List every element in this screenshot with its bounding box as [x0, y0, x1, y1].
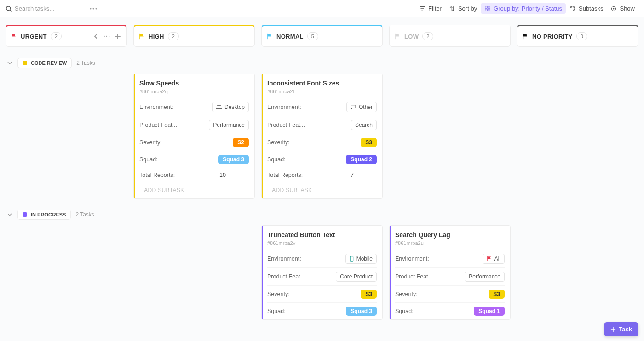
- field-label: Product Feat...: [267, 122, 305, 128]
- task-title: Truncated Button Text: [267, 231, 377, 239]
- field-row: Total Reports:10: [139, 168, 249, 182]
- column-label: HIGH: [149, 33, 164, 40]
- field-label: Squad:: [267, 308, 286, 314]
- field-badge[interactable]: Search: [351, 120, 377, 130]
- field-label: Severity:: [395, 291, 418, 297]
- field-pill[interactable]: S3: [361, 290, 377, 299]
- status-label: IN PROGRESS: [31, 212, 66, 217]
- field-row: Severity:S2: [139, 134, 249, 151]
- collapse-column-button[interactable]: [92, 32, 100, 40]
- field-row: Total Reports:7: [267, 168, 377, 182]
- svg-rect-8: [488, 9, 490, 11]
- field-badge[interactable]: Other: [346, 102, 377, 112]
- field-badge[interactable]: Desktop: [212, 102, 249, 112]
- column-header-urgent[interactable]: URGENT2: [6, 25, 127, 47]
- svg-line-1: [10, 10, 12, 11]
- svg-point-9: [570, 6, 572, 7]
- more-menu-button[interactable]: [88, 4, 98, 14]
- field-pill[interactable]: S3: [361, 138, 377, 147]
- column-label: URGENT: [21, 33, 47, 40]
- sort-label: Sort by: [458, 5, 477, 12]
- new-task-button[interactable]: Task: [604, 322, 638, 336]
- field-row: Severity:S3: [395, 285, 505, 302]
- field-badge[interactable]: Core Product: [336, 272, 377, 282]
- field-label: Environment:: [395, 256, 429, 262]
- filter-label: Filter: [428, 5, 442, 12]
- field-label: Total Reports:: [267, 172, 303, 178]
- badge-text: Performance: [469, 273, 500, 280]
- collapse-group-button[interactable]: [6, 60, 13, 66]
- field-pill[interactable]: Squad 3: [218, 155, 249, 164]
- task-card[interactable]: Search Query Lag#861mrba2uEnvironment:Al…: [389, 225, 511, 320]
- column-count: 2: [51, 32, 62, 40]
- show-icon: [610, 6, 617, 12]
- subtasks-button[interactable]: Subtasks: [566, 3, 607, 14]
- svg-point-15: [106, 36, 107, 37]
- column-header-normal[interactable]: NORMAL5: [261, 25, 383, 47]
- lane: Slow Speeds#861mrba2qEnvironment:Desktop…: [6, 74, 644, 199]
- task-title: Inconsistent Font Sizes: [267, 80, 377, 87]
- lane-cell-urgent: [6, 74, 127, 199]
- task-title: Search Query Lag: [395, 231, 505, 239]
- field-label: Environment:: [267, 256, 301, 262]
- pill-text: Squad 2: [351, 156, 372, 163]
- column-header-high[interactable]: HIGH2: [133, 25, 255, 47]
- task-card[interactable]: Slow Speeds#861mrba2qEnvironment:Desktop…: [133, 74, 255, 199]
- task-card[interactable]: Truncated Button Text#861mrba2vEnvironme…: [261, 225, 383, 320]
- field-pill[interactable]: Squad 2: [346, 155, 377, 164]
- add-task-button[interactable]: [114, 32, 122, 40]
- lane-cell-low: [389, 74, 511, 199]
- field-pill[interactable]: S3: [489, 290, 505, 299]
- laptop-icon: [216, 105, 222, 109]
- column-header-none[interactable]: NO PRIORITY0: [517, 25, 638, 47]
- svg-point-10: [573, 6, 575, 7]
- badge-text: Search: [355, 122, 373, 128]
- search-input[interactable]: [15, 5, 79, 12]
- group-by-button[interactable]: Group by: Priority / Status: [481, 3, 566, 14]
- field-badge[interactable]: Performance: [209, 120, 249, 130]
- pill-text: S3: [365, 139, 372, 146]
- field-row: Environment:Desktop: [139, 98, 249, 116]
- field-badge[interactable]: All: [483, 254, 505, 264]
- lane-cell-normal: Truncated Button Text#861mrba2vEnvironme…: [261, 225, 383, 320]
- svg-rect-17: [217, 105, 221, 108]
- show-button[interactable]: Show: [607, 3, 638, 14]
- filter-button[interactable]: Filter: [415, 3, 445, 14]
- field-badge[interactable]: Mobile: [345, 254, 377, 264]
- svg-point-16: [109, 36, 109, 37]
- field-row: Product Feat...Search: [267, 116, 377, 134]
- column-more-button[interactable]: [103, 32, 111, 40]
- priority-flag-icon: [266, 33, 273, 40]
- sort-button[interactable]: Sort by: [445, 3, 481, 14]
- pill-text: S3: [493, 291, 500, 297]
- task-card[interactable]: Inconsistent Font Sizes#861mrba2tEnviron…: [261, 74, 383, 199]
- column-header-low[interactable]: LOW2: [389, 25, 511, 47]
- status-chip[interactable]: IN PROGRESS: [17, 210, 71, 220]
- field-pill[interactable]: S2: [233, 138, 249, 147]
- field-label: Severity:: [139, 139, 162, 146]
- field-pill[interactable]: Squad 3: [346, 307, 377, 316]
- field-badge[interactable]: Performance: [465, 272, 505, 282]
- add-subtask-button[interactable]: + ADD SUBTASK: [134, 182, 254, 198]
- lane-cell-normal: Inconsistent Font Sizes#861mrba2tEnviron…: [261, 74, 383, 199]
- field-value: 10: [219, 172, 249, 178]
- pill-text: Squad 1: [478, 308, 500, 314]
- field-row: Severity:S3: [267, 134, 377, 151]
- show-label: Show: [620, 5, 635, 12]
- field-pill[interactable]: Squad 1: [474, 307, 505, 316]
- badge-text: Core Product: [340, 273, 373, 280]
- task-title: Slow Speeds: [139, 80, 249, 87]
- svg-point-2: [90, 8, 92, 9]
- field-label: Squad:: [395, 308, 414, 314]
- status-dot-icon: [23, 212, 27, 217]
- status-chip[interactable]: CODE REVIEW: [17, 58, 72, 68]
- svg-point-3: [93, 8, 94, 9]
- plus-icon: [610, 327, 616, 332]
- svg-point-14: [104, 36, 105, 37]
- status-group-in_progress: IN PROGRESS2 TasksTruncated Button Text#…: [6, 209, 644, 320]
- collapse-group-button[interactable]: [6, 211, 13, 218]
- fab-label: Task: [619, 326, 632, 333]
- field-label: Squad:: [139, 156, 158, 163]
- add-subtask-button[interactable]: + ADD SUBTASK: [262, 182, 382, 198]
- field-label: Product Feat...: [267, 273, 305, 280]
